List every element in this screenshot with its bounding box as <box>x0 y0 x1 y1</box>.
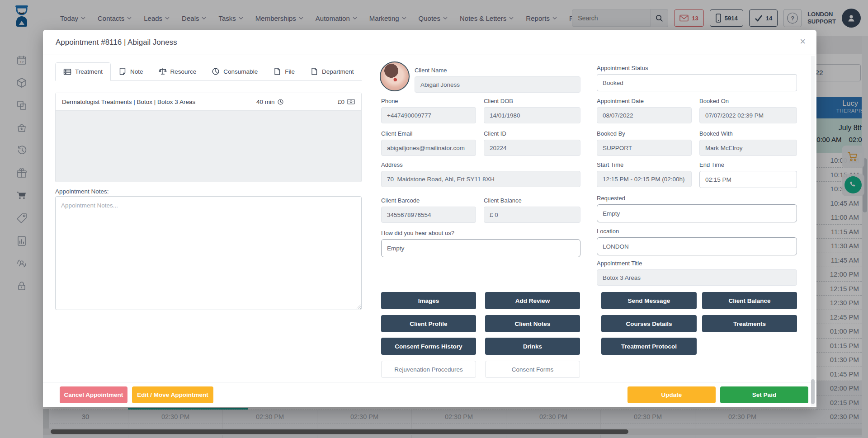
client-dob-label: Client DOB <box>484 98 580 104</box>
requested-select[interactable] <box>597 204 797 222</box>
edit-move-appointment-button[interactable]: Edit / Move Appointment <box>132 386 213 403</box>
address-label: Address <box>381 161 580 168</box>
booked-by-label: Booked By <box>597 130 692 137</box>
address-input[interactable] <box>381 171 580 187</box>
treatment-rows-icon <box>63 68 71 76</box>
appointment-date-label: Appointment Date <box>597 98 692 104</box>
tab-label: Note <box>130 68 143 75</box>
treatment-row[interactable]: Dermatologist Treatments | Botox | Botox… <box>56 93 361 111</box>
appointment-notes-textarea[interactable] <box>55 196 362 310</box>
client-balance-button[interactable]: Client Balance <box>702 292 797 309</box>
consent-forms-button[interactable]: Consent Forms <box>485 361 580 378</box>
file-icon <box>273 67 281 75</box>
start-time-label: Start Time <box>597 161 692 168</box>
modal-scrollbar-track[interactable] <box>811 56 815 406</box>
drinks-button[interactable]: Drinks <box>485 338 580 355</box>
client-name-label: Client Name <box>415 67 580 74</box>
update-button[interactable]: Update <box>627 386 716 403</box>
phone-label: Phone <box>381 98 476 104</box>
hear-about-select[interactable] <box>381 239 580 257</box>
booked-with-input[interactable] <box>699 140 797 156</box>
client-id-input[interactable] <box>484 140 580 156</box>
tab-consumable[interactable]: Consumable <box>204 62 265 80</box>
tab-note[interactable]: Note <box>111 62 151 80</box>
send-message-button[interactable]: Send Message <box>601 292 697 309</box>
requested-label: Requested <box>597 195 797 202</box>
end-time-label: End Time <box>699 161 797 168</box>
tab-department[interactable]: Department <box>302 62 362 80</box>
modal-footer: Cancel Appointment Edit / Move Appointme… <box>43 382 816 407</box>
client-dob-input[interactable] <box>484 107 580 123</box>
client-id-label: Client ID <box>484 130 580 137</box>
client-name-input[interactable] <box>415 76 580 93</box>
client-email-input[interactable] <box>381 140 476 156</box>
tab-label: Treatment <box>75 68 103 75</box>
cancel-appointment-button[interactable]: Cancel Appointment <box>60 386 127 403</box>
client-email-label: Client Email <box>381 130 476 137</box>
appointment-status-input[interactable] <box>597 74 797 91</box>
client-barcode-label: Client Barcode <box>381 197 476 204</box>
booked-on-label: Booked On <box>699 98 797 104</box>
client-notes-button[interactable]: Client Notes <box>485 315 580 332</box>
location-select[interactable] <box>597 237 797 255</box>
location-label: Location <box>597 228 797 235</box>
pie-icon <box>212 67 220 75</box>
start-time-input[interactable] <box>597 171 692 187</box>
tab-label: Department <box>322 68 354 75</box>
appointment-modal: Appointment #8116 | Abigail Joness × Tre… <box>43 30 816 407</box>
client-photo <box>380 61 410 91</box>
rejuvenation-procedures-button[interactable]: Rejuvenation Procedures <box>381 361 476 378</box>
tab-file[interactable]: File <box>265 62 302 80</box>
treatment-name: Dermatologist Treatments | Botox | Botox… <box>62 99 256 105</box>
tab-label: File <box>285 68 295 75</box>
booked-by-input[interactable] <box>597 140 692 156</box>
modal-scrollbar-thumb[interactable] <box>811 379 815 404</box>
client-balance-input[interactable] <box>484 207 580 223</box>
booked-with-label: Booked With <box>699 130 797 137</box>
tab-label: Resource <box>170 68 197 75</box>
booked-on-input[interactable] <box>699 107 797 123</box>
appointment-notes-label: Appointment Notes: <box>55 188 109 195</box>
client-profile-button[interactable]: Client Profile <box>381 315 476 332</box>
clock-icon <box>278 99 283 105</box>
tab-label: Consumable <box>223 68 258 75</box>
modal-tabs: Treatment Note Resource Consumable File … <box>55 62 362 81</box>
price-value: £0 <box>338 99 344 105</box>
end-time-input[interactable] <box>699 171 797 188</box>
treatment-protocol-button[interactable]: Treatment Protocol <box>601 338 697 355</box>
client-barcode-input[interactable] <box>381 207 476 223</box>
treatments-button[interactable]: Treatments <box>702 315 797 332</box>
file-icon <box>310 67 318 75</box>
consent-forms-history-button[interactable]: Consent Forms History <box>381 338 476 355</box>
client-balance-label: Client Balance <box>484 197 580 204</box>
add-review-button[interactable]: Add Review <box>485 292 580 309</box>
modal-header: Appointment #8116 | Abigail Joness × <box>43 30 816 55</box>
appointment-title-input[interactable] <box>597 269 797 286</box>
treatment-duration: 40 min <box>256 99 283 105</box>
modal-title: Appointment #8116 | Abigail Joness <box>56 30 177 55</box>
banknote-icon <box>347 99 355 104</box>
appointment-date-input[interactable] <box>597 107 692 123</box>
tab-treatment[interactable]: Treatment <box>55 62 111 81</box>
images-button[interactable]: Images <box>381 292 476 309</box>
appointment-title-label: Appointment Title <box>597 260 797 267</box>
tab-resource[interactable]: Resource <box>151 62 204 80</box>
treatment-price: £0 <box>338 99 355 105</box>
close-icon[interactable]: × <box>800 37 806 47</box>
phone-input[interactable] <box>381 107 476 123</box>
hear-about-label: How did you hear about us? <box>381 230 580 236</box>
set-paid-button[interactable]: Set Paid <box>720 386 808 403</box>
note-icon <box>118 67 127 75</box>
scales-icon <box>159 67 167 75</box>
courses-details-button[interactable]: Courses Details <box>601 315 697 332</box>
appointment-status-label: Appointment Status <box>597 65 797 71</box>
treatment-list: Dermatologist Treatments | Botox | Botox… <box>55 93 362 182</box>
duration-value: 40 min <box>256 99 275 105</box>
